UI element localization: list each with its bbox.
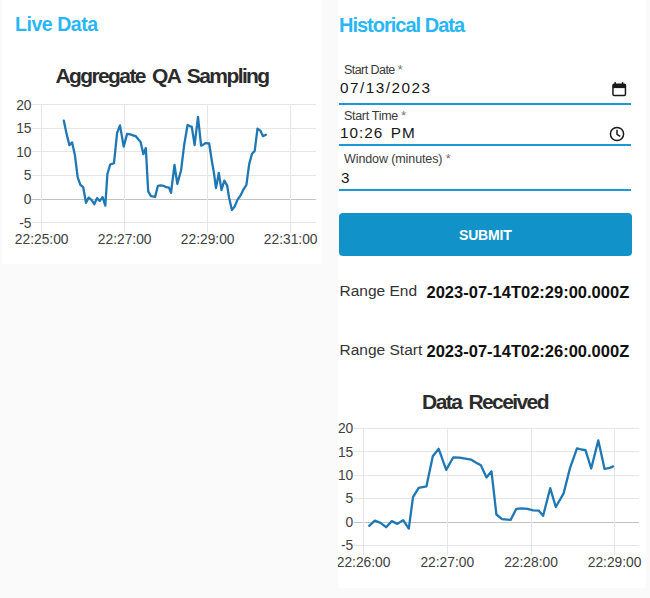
svg-text:22:31:00: 22:31:00 (264, 232, 318, 247)
svg-text:22:29:00: 22:29:00 (588, 555, 642, 570)
svg-text:22:27:00: 22:27:00 (98, 232, 152, 247)
svg-text:22:25:00: 22:25:00 (15, 232, 69, 247)
svg-text:20: 20 (16, 98, 32, 113)
svg-text:10: 10 (16, 145, 32, 160)
svg-text:20: 20 (338, 421, 354, 436)
svg-text:10: 10 (338, 468, 354, 483)
svg-text:5: 5 (24, 168, 32, 183)
svg-text:22:27:00: 22:27:00 (420, 555, 474, 570)
svg-text:-5: -5 (341, 538, 354, 553)
svg-text:0: 0 (24, 192, 32, 207)
svg-text:22:29:00: 22:29:00 (181, 232, 235, 247)
svg-text:Data Received: Data Received (422, 390, 549, 413)
svg-text:15: 15 (338, 445, 354, 460)
svg-text:15: 15 (16, 121, 32, 136)
svg-text:5: 5 (346, 491, 354, 506)
svg-text:Aggregate QA Sampling: Aggregate QA Sampling (55, 64, 269, 87)
svg-text:22:28:00: 22:28:00 (504, 555, 558, 570)
svg-text:0: 0 (346, 515, 354, 530)
svg-text:22:26:00: 22:26:00 (338, 555, 391, 570)
svg-text:-5: -5 (19, 216, 32, 231)
